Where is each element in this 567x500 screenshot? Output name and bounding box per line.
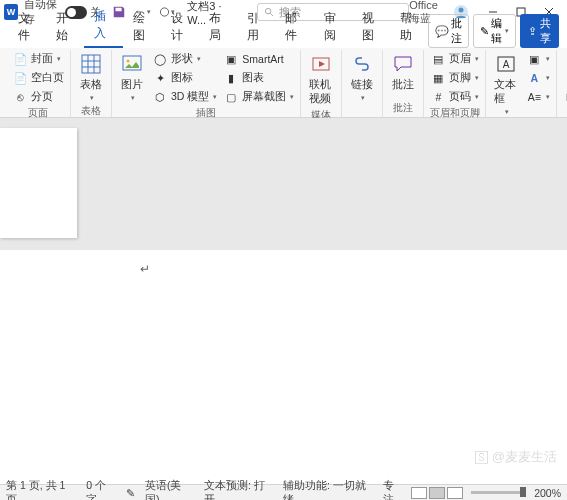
equation-button[interactable]: π公式▾: [561, 50, 567, 68]
tab-mailings[interactable]: 邮件: [275, 6, 313, 48]
page-corner: [0, 128, 77, 238]
svg-point-6: [127, 60, 130, 63]
web-layout-button[interactable]: [447, 487, 463, 499]
equation-icon: π: [563, 51, 567, 67]
link-button[interactable]: 链接▾: [346, 50, 378, 104]
comment-bubble-icon: [391, 52, 415, 76]
blank-page-button[interactable]: 📄空白页: [10, 69, 66, 87]
group-media: 联机视频 媒体: [301, 50, 342, 117]
table-icon: [79, 52, 103, 76]
share-button[interactable]: ⇪共享: [520, 14, 559, 48]
group-comments: 批注 批注: [383, 50, 424, 117]
wordart-button[interactable]: A▾: [524, 69, 552, 87]
svg-text:A: A: [503, 59, 510, 70]
zoom-level[interactable]: 200%: [534, 487, 561, 499]
tab-insert[interactable]: 插入: [84, 4, 122, 48]
ribbon: 📄封面▾ 📄空白页 ⎋分页 页面 表格▾ 表格 图片▾ ◯形状▾ ✦图标 ⬡3D: [0, 48, 567, 118]
language-status[interactable]: 英语(美国): [145, 479, 194, 501]
number-button[interactable]: №编号: [561, 88, 567, 106]
textbox-button[interactable]: A 文本框▾: [490, 50, 522, 118]
textbox-icon: A: [494, 52, 518, 76]
accessibility-status[interactable]: 辅助功能: 一切就绪: [283, 479, 373, 501]
symbol-icon: Ω: [563, 70, 567, 86]
number-icon: №: [563, 89, 567, 105]
icons-icon: ✦: [152, 70, 168, 86]
blank-page-icon: 📄: [12, 70, 28, 86]
comment-button[interactable]: 批注: [387, 50, 419, 94]
table-button[interactable]: 表格▾: [75, 50, 107, 104]
smartart-button[interactable]: ▣SmartArt: [221, 50, 296, 68]
tab-references[interactable]: 引用: [237, 6, 275, 48]
comment-icon: 💬: [435, 25, 449, 38]
online-video-button[interactable]: 联机视频: [305, 50, 337, 108]
group-label-comments: 批注: [393, 101, 413, 117]
text-predict-status[interactable]: 文本预测: 打开: [204, 479, 273, 501]
cover-page-icon: 📄: [12, 51, 28, 67]
parts-icon: ▣: [526, 51, 542, 67]
paragraph-mark-icon: ↵: [140, 262, 150, 276]
group-text: A 文本框▾ ▣▾ A▾ A≡▾ 文本: [486, 50, 557, 117]
quick-parts-button[interactable]: ▣▾: [524, 50, 552, 68]
chart-button[interactable]: ▮图表: [221, 69, 296, 87]
pictures-button[interactable]: 图片▾: [116, 50, 148, 104]
share-icon: ⇪: [528, 25, 537, 38]
tab-help[interactable]: 帮助: [390, 6, 428, 48]
word-count[interactable]: 0 个字: [86, 479, 116, 501]
zoom-slider[interactable]: [471, 491, 526, 494]
tab-layout[interactable]: 布局: [199, 6, 237, 48]
read-mode-button[interactable]: [411, 487, 427, 499]
header-icon: ▤: [430, 51, 446, 67]
focus-mode[interactable]: 专注: [383, 479, 403, 501]
watermark: 🅂 @麦麦生活: [475, 448, 557, 466]
cube-icon: ⬡: [152, 89, 168, 105]
view-buttons: [411, 487, 463, 499]
picture-icon: [120, 52, 144, 76]
dropcap-button[interactable]: A≡▾: [524, 88, 552, 106]
page-info[interactable]: 第 1 页, 共 1 页: [6, 479, 76, 501]
3d-models-button[interactable]: ⬡3D 模型▾: [150, 88, 219, 106]
header-button[interactable]: ▤页眉▾: [428, 50, 481, 68]
tab-file[interactable]: 文件: [8, 6, 46, 48]
smartart-icon: ▣: [223, 51, 239, 67]
shapes-icon: ◯: [152, 51, 168, 67]
pagenum-icon: #: [430, 89, 446, 105]
group-pages: 📄封面▾ 📄空白页 ⎋分页 页面: [6, 50, 71, 117]
tab-review[interactable]: 审阅: [314, 6, 352, 48]
group-links: 链接▾: [342, 50, 383, 117]
tab-view[interactable]: 视图: [352, 6, 390, 48]
ribbon-tabs: 文件 开始 插入 绘图 设计 布局 引用 邮件 审阅 视图 帮助 💬批注 ✎编辑…: [0, 24, 567, 48]
dropcap-icon: A≡: [526, 89, 542, 105]
shapes-button[interactable]: ◯形状▾: [150, 50, 219, 68]
cover-page-button[interactable]: 📄封面▾: [10, 50, 66, 68]
chart-icon: ▮: [223, 70, 239, 86]
icons-button[interactable]: ✦图标: [150, 69, 219, 87]
tab-design[interactable]: 设计: [161, 6, 199, 48]
page-break-icon: ⎋: [12, 89, 28, 105]
group-illustrations: 图片▾ ◯形状▾ ✦图标 ⬡3D 模型▾ ▣SmartArt ▮图表 ▢屏幕截图…: [112, 50, 301, 117]
page-number-button[interactable]: #页码▾: [428, 88, 481, 106]
print-layout-button[interactable]: [429, 487, 445, 499]
comments-button[interactable]: 💬批注: [428, 14, 469, 48]
group-tables: 表格▾ 表格: [71, 50, 112, 117]
link-icon: [350, 52, 374, 76]
group-symbols: π公式▾ Ω符号▾ №编号 符号: [557, 50, 567, 117]
footer-button[interactable]: ▦页脚▾: [428, 69, 481, 87]
toggle-switch-icon[interactable]: [65, 6, 87, 19]
pencil-icon: ✎: [480, 25, 489, 38]
edit-mode-button[interactable]: ✎编辑▾: [473, 14, 516, 48]
statusbar: 第 1 页, 共 1 页 0 个字 ✎ 英语(美国) 文本预测: 打开 辅助功能…: [0, 484, 567, 500]
screenshot-button[interactable]: ▢屏幕截图▾: [221, 88, 296, 106]
group-label-links: [361, 104, 364, 117]
spellcheck-icon[interactable]: ✎: [126, 487, 135, 499]
footer-icon: ▦: [430, 70, 446, 86]
symbol-button[interactable]: Ω符号▾: [561, 69, 567, 87]
document-canvas[interactable]: ↵ 🅂 @麦麦生活: [0, 118, 567, 484]
wordart-icon: A: [526, 70, 542, 86]
watermark-icon: 🅂: [475, 450, 488, 465]
svg-point-2: [459, 8, 464, 13]
screenshot-icon: ▢: [223, 89, 239, 105]
svg-rect-4: [82, 55, 100, 73]
tab-draw[interactable]: 绘图: [123, 6, 161, 48]
page-break-button[interactable]: ⎋分页: [10, 88, 66, 106]
video-icon: [309, 52, 333, 76]
